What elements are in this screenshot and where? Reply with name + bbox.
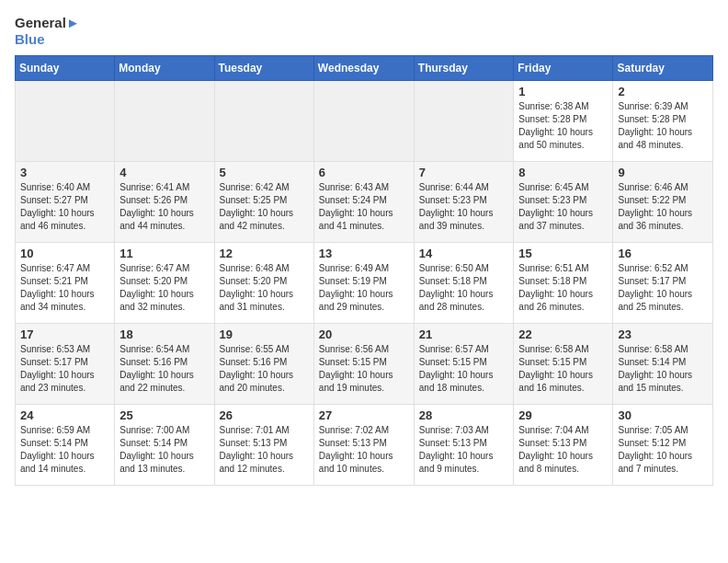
day-info: Sunrise: 6:53 AM Sunset: 5:17 PM Dayligh… <box>20 343 109 395</box>
weekday-header-friday: Friday <box>514 56 613 81</box>
day-info: Sunrise: 7:02 AM Sunset: 5:13 PM Dayligh… <box>319 424 409 476</box>
day-info: Sunrise: 6:58 AM Sunset: 5:14 PM Dayligh… <box>618 343 708 395</box>
day-info: Sunrise: 6:51 AM Sunset: 5:18 PM Dayligh… <box>518 262 608 314</box>
day-number: 2 <box>618 85 708 98</box>
calendar-cell: 10Sunrise: 6:47 AM Sunset: 5:21 PM Dayli… <box>16 243 115 324</box>
day-number: 9 <box>618 166 708 179</box>
day-number: 23 <box>618 327 708 341</box>
calendar-cell: 3Sunrise: 6:40 AM Sunset: 5:27 PM Daylig… <box>16 162 115 243</box>
calendar-week-4: 17Sunrise: 6:53 AM Sunset: 5:17 PM Dayli… <box>16 324 713 405</box>
day-info: Sunrise: 6:39 AM Sunset: 5:28 PM Dayligh… <box>618 100 708 152</box>
day-number: 1 <box>518 85 608 98</box>
day-number: 10 <box>20 247 109 260</box>
day-info: Sunrise: 6:44 AM Sunset: 5:23 PM Dayligh… <box>419 181 509 233</box>
calendar-week-5: 24Sunrise: 6:59 AM Sunset: 5:14 PM Dayli… <box>16 405 713 486</box>
calendar-cell: 7Sunrise: 6:44 AM Sunset: 5:23 PM Daylig… <box>414 162 514 243</box>
day-number: 28 <box>419 408 509 422</box>
day-info: Sunrise: 7:00 AM Sunset: 5:14 PM Dayligh… <box>119 424 209 476</box>
calendar-cell: 9Sunrise: 6:46 AM Sunset: 5:22 PM Daylig… <box>613 162 713 243</box>
calendar-cell: 8Sunrise: 6:45 AM Sunset: 5:23 PM Daylig… <box>514 162 613 243</box>
weekday-header-monday: Monday <box>115 56 214 81</box>
day-info: Sunrise: 6:52 AM Sunset: 5:17 PM Dayligh… <box>618 262 708 314</box>
day-number: 11 <box>119 247 209 260</box>
calendar-cell: 24Sunrise: 6:59 AM Sunset: 5:14 PM Dayli… <box>16 405 115 486</box>
day-info: Sunrise: 6:46 AM Sunset: 5:22 PM Dayligh… <box>618 181 708 233</box>
calendar-cell: 17Sunrise: 6:53 AM Sunset: 5:17 PM Dayli… <box>16 324 115 405</box>
day-number: 29 <box>518 408 608 422</box>
calendar-body: 1Sunrise: 6:38 AM Sunset: 5:28 PM Daylig… <box>16 81 713 486</box>
calendar-cell: 12Sunrise: 6:48 AM Sunset: 5:20 PM Dayli… <box>214 243 313 324</box>
day-number: 13 <box>319 247 409 260</box>
calendar-cell: 14Sunrise: 6:50 AM Sunset: 5:18 PM Dayli… <box>414 243 514 324</box>
weekday-header-wednesday: Wednesday <box>313 56 414 81</box>
calendar-week-2: 3Sunrise: 6:40 AM Sunset: 5:27 PM Daylig… <box>16 162 713 243</box>
day-info: Sunrise: 6:47 AM Sunset: 5:21 PM Dayligh… <box>20 262 109 314</box>
day-number: 15 <box>518 247 608 260</box>
logo: General► Blue <box>15 15 80 48</box>
calendar-cell <box>313 81 414 162</box>
day-info: Sunrise: 6:47 AM Sunset: 5:20 PM Dayligh… <box>119 262 209 314</box>
day-number: 21 <box>419 327 509 341</box>
day-info: Sunrise: 6:42 AM Sunset: 5:25 PM Dayligh… <box>220 181 309 233</box>
day-number: 18 <box>119 327 209 341</box>
calendar-cell: 1Sunrise: 6:38 AM Sunset: 5:28 PM Daylig… <box>514 81 613 162</box>
weekday-header-row: SundayMondayTuesdayWednesdayThursdayFrid… <box>16 56 713 81</box>
day-info: Sunrise: 6:55 AM Sunset: 5:16 PM Dayligh… <box>220 343 309 395</box>
weekday-header-thursday: Thursday <box>414 56 514 81</box>
calendar-cell: 27Sunrise: 7:02 AM Sunset: 5:13 PM Dayli… <box>313 405 414 486</box>
day-number: 17 <box>20 327 109 341</box>
day-info: Sunrise: 7:04 AM Sunset: 5:13 PM Dayligh… <box>518 424 608 476</box>
day-info: Sunrise: 6:54 AM Sunset: 5:16 PM Dayligh… <box>119 343 209 395</box>
day-info: Sunrise: 6:40 AM Sunset: 5:27 PM Dayligh… <box>20 181 109 233</box>
day-number: 14 <box>419 247 509 260</box>
day-info: Sunrise: 6:45 AM Sunset: 5:23 PM Dayligh… <box>518 181 608 233</box>
day-info: Sunrise: 6:43 AM Sunset: 5:24 PM Dayligh… <box>319 181 409 233</box>
day-number: 16 <box>618 247 708 260</box>
calendar-cell: 20Sunrise: 6:56 AM Sunset: 5:15 PM Dayli… <box>313 324 414 405</box>
calendar-cell <box>115 81 214 162</box>
calendar-cell: 15Sunrise: 6:51 AM Sunset: 5:18 PM Dayli… <box>514 243 613 324</box>
header: General► Blue <box>15 15 713 48</box>
day-info: Sunrise: 6:41 AM Sunset: 5:26 PM Dayligh… <box>119 181 209 233</box>
day-info: Sunrise: 6:56 AM Sunset: 5:15 PM Dayligh… <box>319 343 409 395</box>
calendar-cell: 19Sunrise: 6:55 AM Sunset: 5:16 PM Dayli… <box>214 324 313 405</box>
day-info: Sunrise: 6:38 AM Sunset: 5:28 PM Dayligh… <box>518 100 608 152</box>
day-number: 22 <box>518 327 608 341</box>
weekday-header-sunday: Sunday <box>16 56 115 81</box>
day-number: 7 <box>419 166 509 179</box>
calendar-week-1: 1Sunrise: 6:38 AM Sunset: 5:28 PM Daylig… <box>16 81 713 162</box>
calendar-cell: 2Sunrise: 6:39 AM Sunset: 5:28 PM Daylig… <box>613 81 713 162</box>
day-number: 24 <box>20 408 109 422</box>
day-number: 12 <box>220 247 309 260</box>
calendar-week-3: 10Sunrise: 6:47 AM Sunset: 5:21 PM Dayli… <box>16 243 713 324</box>
day-info: Sunrise: 7:03 AM Sunset: 5:13 PM Dayligh… <box>419 424 509 476</box>
day-number: 19 <box>220 327 309 341</box>
logo-text: General► Blue <box>15 15 80 48</box>
day-info: Sunrise: 6:48 AM Sunset: 5:20 PM Dayligh… <box>220 262 309 314</box>
day-info: Sunrise: 7:01 AM Sunset: 5:13 PM Dayligh… <box>220 424 309 476</box>
calendar-cell: 13Sunrise: 6:49 AM Sunset: 5:19 PM Dayli… <box>313 243 414 324</box>
calendar-cell: 23Sunrise: 6:58 AM Sunset: 5:14 PM Dayli… <box>613 324 713 405</box>
calendar-cell: 30Sunrise: 7:05 AM Sunset: 5:12 PM Dayli… <box>613 405 713 486</box>
day-number: 25 <box>119 408 209 422</box>
day-info: Sunrise: 6:57 AM Sunset: 5:15 PM Dayligh… <box>419 343 509 395</box>
day-number: 27 <box>319 408 409 422</box>
calendar-cell: 5Sunrise: 6:42 AM Sunset: 5:25 PM Daylig… <box>214 162 313 243</box>
day-number: 5 <box>220 166 309 179</box>
day-number: 3 <box>20 166 109 179</box>
day-info: Sunrise: 6:58 AM Sunset: 5:15 PM Dayligh… <box>518 343 608 395</box>
calendar-cell: 18Sunrise: 6:54 AM Sunset: 5:16 PM Dayli… <box>115 324 214 405</box>
calendar-header: SundayMondayTuesdayWednesdayThursdayFrid… <box>16 56 713 81</box>
calendar-cell: 25Sunrise: 7:00 AM Sunset: 5:14 PM Dayli… <box>115 405 214 486</box>
calendar-cell: 16Sunrise: 6:52 AM Sunset: 5:17 PM Dayli… <box>613 243 713 324</box>
day-info: Sunrise: 6:50 AM Sunset: 5:18 PM Dayligh… <box>419 262 509 314</box>
calendar-cell <box>214 81 313 162</box>
calendar-cell: 6Sunrise: 6:43 AM Sunset: 5:24 PM Daylig… <box>313 162 414 243</box>
calendar-cell: 26Sunrise: 7:01 AM Sunset: 5:13 PM Dayli… <box>214 405 313 486</box>
day-number: 30 <box>618 408 708 422</box>
day-info: Sunrise: 6:49 AM Sunset: 5:19 PM Dayligh… <box>319 262 409 314</box>
calendar-table: SundayMondayTuesdayWednesdayThursdayFrid… <box>15 55 713 486</box>
day-info: Sunrise: 6:59 AM Sunset: 5:14 PM Dayligh… <box>20 424 109 476</box>
day-info: Sunrise: 7:05 AM Sunset: 5:12 PM Dayligh… <box>618 424 708 476</box>
calendar-cell: 22Sunrise: 6:58 AM Sunset: 5:15 PM Dayli… <box>514 324 613 405</box>
